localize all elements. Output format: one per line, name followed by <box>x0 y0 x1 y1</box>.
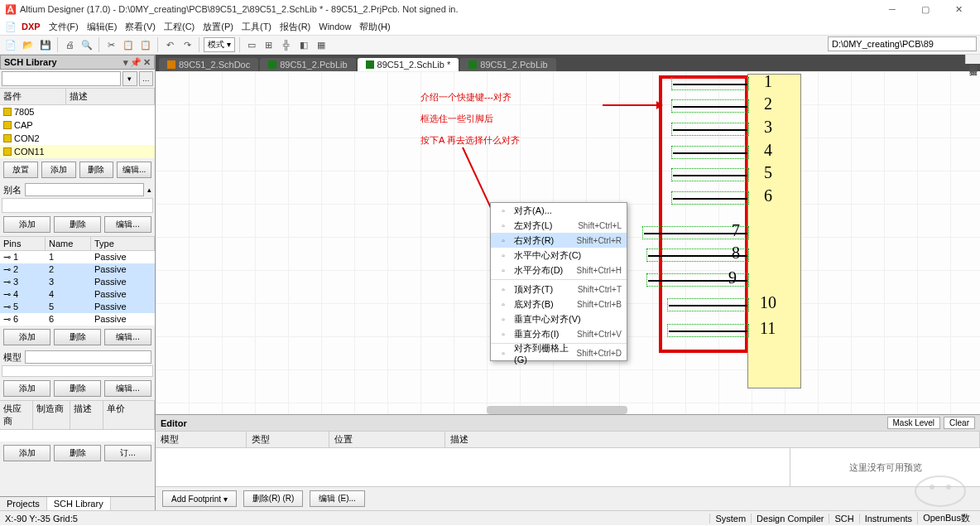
col-desc[interactable]: 描述 <box>70 401 103 429</box>
editor-col-desc[interactable]: 描述 <box>445 432 980 447</box>
pin-row[interactable]: ⊸ 55Passive <box>0 301 155 313</box>
document-tab[interactable]: 89C51_2.SchLib * <box>358 58 459 71</box>
save-icon[interactable]: 💾 <box>38 37 53 52</box>
model-add-button[interactable]: 添加 <box>3 380 50 397</box>
editor-col-type[interactable]: 类型 <box>247 432 329 447</box>
tab-schlibrary[interactable]: SCH Library <box>47 497 111 510</box>
search-input[interactable] <box>2 71 121 86</box>
horizontal-scrollbar[interactable] <box>487 406 627 414</box>
editor-col-model[interactable]: 模型 <box>156 432 247 447</box>
supplier-order-button[interactable]: 订... <box>104 445 151 461</box>
col-price[interactable]: 单价 <box>103 401 155 429</box>
status-openbus[interactable]: OpenBus数 <box>917 512 975 524</box>
pin-row[interactable]: ⊸ 22Passive <box>0 263 155 276</box>
menu-window[interactable]: Window <box>315 21 354 32</box>
new-icon[interactable]: 📄 <box>3 37 18 52</box>
minimize-button[interactable]: ─ <box>876 0 909 18</box>
edit-footprint-button[interactable]: 编辑 (E)... <box>310 490 364 507</box>
model-input[interactable] <box>25 350 151 364</box>
col-description[interactable]: 描述 <box>66 89 155 104</box>
component-row[interactable]: CON11 <box>0 145 155 158</box>
component-row[interactable]: CAP <box>0 118 155 132</box>
alias-input[interactable] <box>25 183 144 196</box>
supplier-delete-button[interactable]: 删除 <box>54 445 101 461</box>
menu-item[interactable]: ▫底对齐(B)Shift+Ctrl+B <box>491 297 627 311</box>
editor-col-position[interactable]: 位置 <box>329 432 445 447</box>
document-tab[interactable]: 89C51_2.SchDoc <box>159 58 258 71</box>
menu-help[interactable]: 帮助(H) <box>356 20 393 34</box>
supplier-add-button[interactable]: 添加 <box>3 445 50 461</box>
pin-row[interactable]: ⊸ 11Passive <box>0 251 155 263</box>
document-tab[interactable]: 89C51_2.PcbLib <box>260 58 355 71</box>
status-sch[interactable]: SCH <box>829 514 858 524</box>
menu-edit[interactable]: 编辑(E) <box>84 20 121 34</box>
menu-item[interactable]: ▫水平分布(D)Shift+Ctrl+H <box>491 263 627 277</box>
col-supplier[interactable]: 供应商 <box>0 401 33 429</box>
canvas[interactable]: 介绍一个快捷键---对齐 框选住一些引脚后 按下A 再去选择什么对齐 12345… <box>156 71 980 414</box>
copy-icon[interactable]: 📋 <box>121 37 136 52</box>
alias-add-button[interactable]: 添加 <box>3 216 50 233</box>
pin-row[interactable]: ⊸ 66Passive <box>0 313 155 326</box>
pin-row[interactable]: ⊸ 44Passive <box>0 288 155 301</box>
component-row[interactable]: CON2 <box>0 132 155 145</box>
model-delete-button[interactable]: 删除 <box>54 380 101 397</box>
menu-item[interactable]: ▫水平中心对齐(C) <box>491 248 627 263</box>
col-manufacturer[interactable]: 制造商 <box>33 401 70 429</box>
print-icon[interactable]: 🖨 <box>62 37 77 52</box>
path-field[interactable]: D:\0MY_creating\PCB\89 <box>828 36 977 51</box>
menu-item[interactable]: ▫顶对齐(T)Shift+Ctrl+T <box>491 282 627 297</box>
mask-level-button[interactable]: Mask Level <box>887 417 941 429</box>
col-type[interactable]: Type <box>91 237 155 250</box>
menu-view[interactable]: 察看(V) <box>122 20 159 34</box>
panel-dropdown-icon[interactable]: ▾ <box>123 57 128 68</box>
model-edit-button[interactable]: 编辑... <box>104 380 151 397</box>
redo-icon[interactable]: ↷ <box>180 37 195 52</box>
tool-icon[interactable]: ◧ <box>296 37 311 52</box>
menu-item[interactable]: ▫对齐到栅格上(G)Shift+Ctrl+D <box>491 345 627 360</box>
panel-pin-icon[interactable]: 📌 <box>130 57 142 68</box>
menu-place[interactable]: 放置(P) <box>199 20 237 34</box>
menu-item[interactable]: ▫左对齐(L)Shift+Ctrl+L <box>491 218 627 233</box>
dxp-menu[interactable]: DXP <box>18 22 44 31</box>
alias-delete-button[interactable]: 删除 <box>54 216 101 233</box>
component-body[interactable] <box>747 74 801 388</box>
place-button[interactable]: 放置 <box>3 162 38 178</box>
zoom-icon[interactable]: 🔍 <box>79 37 94 52</box>
tool-icon[interactable]: ╬ <box>279 37 294 52</box>
col-name[interactable]: Name <box>46 237 91 250</box>
tab-projects[interactable]: Projects <box>0 497 47 510</box>
maximize-button[interactable]: ▢ <box>909 0 942 18</box>
paste-icon[interactable]: 📋 <box>138 37 153 52</box>
menu-item[interactable]: ▫垂直分布(I)Shift+Ctrl+V <box>491 326 627 341</box>
add-button[interactable]: 添加 <box>41 162 76 178</box>
panel-close-icon[interactable]: ✕ <box>143 57 151 68</box>
right-panel-strip[interactable]: 印刷 剪贴板 <box>965 55 980 64</box>
document-tab[interactable]: 89C51_2.PcbLib <box>460 58 555 71</box>
tool-icon[interactable]: ▭ <box>244 37 259 52</box>
menu-item[interactable]: ▫对齐(A)... <box>491 203 627 218</box>
col-pins[interactable]: Pins <box>0 237 46 250</box>
col-component[interactable]: 器件 <box>0 89 66 104</box>
open-icon[interactable]: 📂 <box>21 37 36 52</box>
edit-button[interactable]: 编辑... <box>117 162 151 178</box>
search-dropdown-icon[interactable]: ▾ <box>122 71 137 86</box>
undo-icon[interactable]: ↶ <box>162 37 177 52</box>
pin-row[interactable]: ⊸ 33Passive <box>0 276 155 288</box>
alias-sort-icon[interactable]: ▴ <box>147 186 151 194</box>
menu-report[interactable]: 报告(R) <box>276 20 314 34</box>
menu-tools[interactable]: 工具(T) <box>238 20 275 34</box>
status-designcompiler[interactable]: Design Compiler <box>751 514 829 524</box>
menu-item[interactable]: ▫右对齐(R)Shift+Ctrl+R <box>491 233 627 248</box>
add-footprint-button[interactable]: Add Footprint ▾ <box>162 490 237 507</box>
component-row[interactable]: 7805 <box>0 105 155 118</box>
status-instruments[interactable]: Instruments <box>859 514 917 524</box>
pin-delete-button[interactable]: 删除 <box>54 329 101 345</box>
menu-item[interactable]: ▫垂直中心对齐(V) <box>491 311 627 326</box>
tool-icon[interactable]: ⊞ <box>262 37 276 52</box>
pin-add-button[interactable]: 添加 <box>3 329 50 345</box>
menu-project[interactable]: 工程(C) <box>161 20 198 34</box>
delete-footprint-button[interactable]: 删除(R) (R) <box>243 490 304 507</box>
mode-combo[interactable]: 模式 ▾ <box>204 37 235 52</box>
delete-button[interactable]: 删除 <box>79 162 114 178</box>
close-button[interactable]: ✕ <box>942 0 975 18</box>
